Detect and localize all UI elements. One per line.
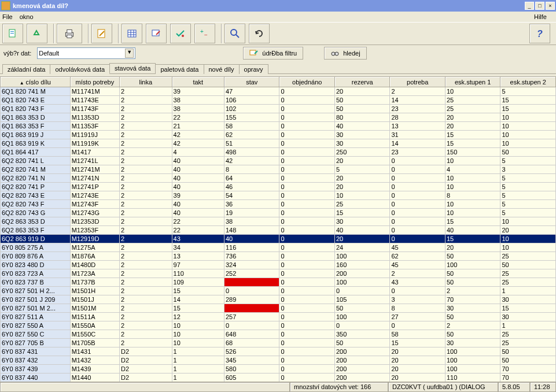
table-row[interactable]: 6Y0 837 431M1431D2152602002010050 (1, 347, 556, 356)
table-row[interactable]: 6Y0 805 275 AM1275A234116024452010 (1, 243, 556, 252)
table-row[interactable]: 6Q2 820 741 NM12741N240640200105 (1, 174, 556, 183)
minimize-button[interactable]: _ (525, 2, 534, 10)
cell: 105 (334, 295, 389, 304)
table-row[interactable]: 6Y0 809 876 AM1876A2137360100625025 (1, 252, 556, 261)
table-row[interactable]: 6Y0 827 501 J 209M1501J214289010537030 (1, 295, 556, 304)
col-header-4[interactable]: stav (224, 77, 279, 87)
table-row[interactable]: 6Q1 864 417M14172449802502315050 (1, 148, 556, 157)
col-header-6[interactable]: rezerva (334, 77, 389, 87)
data-grid[interactable]: ▲císlo dílumísto potrebylinkataktstavobj… (0, 76, 556, 382)
cell: 40 (224, 235, 279, 243)
cell: 100 (334, 313, 389, 321)
tab-2[interactable]: stavová data (109, 63, 156, 73)
cell: 0 (279, 217, 334, 226)
table-row[interactable]: 6Y0 827 550 AM1550A210000021 (1, 321, 556, 330)
cell: 0 (390, 157, 445, 165)
toolbar-btn-1[interactable] (2, 24, 23, 43)
filter-maintain-button[interactable]: údrĐba filtru (243, 47, 303, 60)
table-row[interactable]: 6Y0 827 501 M 2...M1501M21530405083015 (1, 304, 556, 313)
cell: 20 (334, 87, 389, 96)
menu-okno[interactable]: okno (20, 13, 34, 20)
table-row[interactable]: 6Y0 837 440M1440D2160502002011070 (1, 373, 556, 382)
tab-1[interactable]: odvolávková data (50, 64, 110, 74)
cell: M1550C (70, 330, 119, 339)
table-row[interactable]: 6Q2 820 743 EM12743E23954010085 (1, 191, 556, 200)
table-row[interactable]: 6Q2 820 741 PM12741P240460200105 (1, 183, 556, 191)
table-row[interactable]: 6Y0 823 723 AM1723A2110252020025025 (1, 269, 556, 278)
svg-point-21 (335, 52, 338, 56)
cell: 2 (120, 122, 172, 131)
table-row[interactable]: 6Q1 863 353 FM11353F22158040132010 (1, 122, 556, 131)
toolbar-btn-8[interactable]: +− (194, 24, 215, 43)
toolbar-btn-7[interactable] (170, 24, 191, 43)
col-header-5[interactable]: objednáno (279, 77, 334, 87)
cell: M11919K (70, 139, 119, 148)
grid-edit-icon (150, 28, 162, 39)
toolbar-btn-2[interactable] (27, 24, 47, 43)
cell: 50 (334, 105, 389, 113)
toolbar-btn-9[interactable] (224, 24, 245, 43)
status-empty (0, 382, 290, 392)
toolbar-btn-5[interactable] (121, 24, 142, 43)
table-row[interactable]: 6Y0 827 501 H 2...M1501H215000021 (1, 287, 556, 295)
cell: 97 (172, 261, 224, 269)
toolbar-btn-print[interactable] (57, 24, 82, 43)
table-row[interactable]: 6Q2 820 741 MM12741M240805043 (1, 165, 556, 174)
cell: 70 (500, 373, 556, 382)
tab-0[interactable]: základní data (2, 64, 50, 74)
table-row[interactable]: 6Q2 820 741 LM12741L240420200105 (1, 157, 556, 165)
restore-button[interactable]: □ (535, 2, 544, 10)
table-row[interactable]: 6Q1 863 353 DM11353D222155080282010 (1, 113, 556, 122)
cell: 40 (334, 226, 389, 235)
table-row[interactable]: 6Q2 863 353 FM12353F22214804004020 (1, 226, 556, 235)
col-header-2[interactable]: linka (120, 77, 172, 87)
cell: 30 (500, 295, 556, 304)
col-header-1[interactable]: místo potreby (70, 77, 119, 87)
toolbar-btn-10[interactable] (249, 24, 270, 43)
cell: 12 (172, 313, 224, 321)
col-header-0[interactable]: ▲císlo dílu (1, 77, 71, 87)
tab-5[interactable]: opravy (239, 64, 268, 74)
cell: 10 (500, 243, 556, 252)
menu-hilfe[interactable]: Hilfe (534, 13, 547, 20)
table-row[interactable]: 6Y0 837 439M1439D2158002002010070 (1, 365, 556, 373)
filter-combo[interactable]: Default ▼ (37, 47, 135, 59)
cell: M11743F (70, 105, 119, 113)
toolbar-btn-6[interactable] (146, 24, 167, 43)
menu-file[interactable]: File (2, 13, 13, 20)
table-row[interactable]: 6Q1 863 919 KM11919K24251030141510 (1, 139, 556, 148)
table-row[interactable]: 6Y0 823 480 DM1480D29732401604510050 (1, 261, 556, 269)
col-header-3[interactable]: takt (172, 77, 224, 87)
cell: M1432 (70, 356, 119, 365)
table-row[interactable]: 6Q2 863 353 DM12353D2223803001510 (1, 217, 556, 226)
toolbar-btn-help[interactable]: ? (529, 24, 550, 43)
table-row[interactable]: 6Y0 823 737 BM1737B21091620100435025 (1, 278, 556, 287)
table-row[interactable]: 6Q1 820 741 MM11741M239470202105 (1, 87, 556, 96)
table-row[interactable]: 6Q1 820 743 FM11743F238102050232515 (1, 105, 556, 113)
cell: 2 (120, 243, 172, 252)
close-button[interactable]: × (546, 2, 555, 10)
col-header-9[interactable]: esk.stupen 2 (500, 77, 556, 87)
search-button[interactable]: hledej (324, 47, 366, 60)
table-row[interactable]: 6Q2 820 743 GM12743G240190150105 (1, 209, 556, 217)
table-row[interactable]: 6Q1 820 743 EM11743E238106050142515 (1, 96, 556, 105)
toolbar-btn-4[interactable] (91, 24, 112, 43)
col-header-7[interactable]: potreba (390, 77, 445, 87)
status-time: 11:28 (530, 382, 556, 392)
cell: 1 (172, 356, 224, 365)
table-row[interactable]: 6Y0 827 705 BM1705B21068050153025 (1, 339, 556, 347)
table-row[interactable]: 6Y0 837 432M1432D2134502002010050 (1, 356, 556, 365)
table-row[interactable]: 6Q2 820 743 FM12743F240360250105 (1, 200, 556, 209)
table-row[interactable]: 6Y0 827 550 CM1550C2106480350585025 (1, 330, 556, 339)
tab-4[interactable]: nové díly (204, 64, 240, 74)
cell: M1431 (70, 347, 119, 356)
col-header-8[interactable]: esk.stupen 1 (445, 77, 500, 87)
cell: 736 (224, 252, 279, 261)
tab-3[interactable]: paletová data (155, 64, 204, 74)
table-row[interactable]: 6Y0 827 511 AM1511A2122570100275030 (1, 313, 556, 321)
table-row[interactable]: 6Q2 863 919 DM12919D2434002001510 (1, 235, 556, 243)
table-row[interactable]: 6Q1 863 919 JM11919J24262030311510 (1, 131, 556, 139)
cell: 5 (500, 174, 556, 183)
status-date: 5.8.05 (498, 382, 530, 392)
cell: 2 (120, 278, 172, 287)
